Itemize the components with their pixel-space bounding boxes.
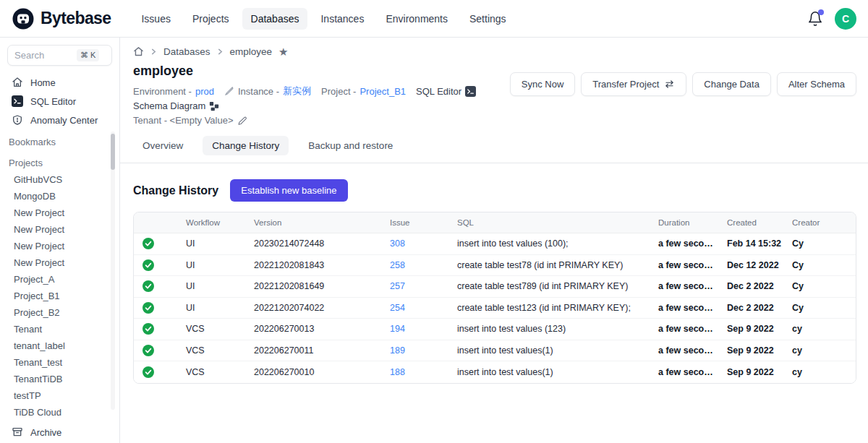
table-row[interactable]: VCS 202206270010 188 insert into test va…: [134, 361, 856, 383]
sidebar-project-item[interactable]: Tenant: [0, 321, 119, 337]
breadcrumb-employee[interactable]: employee: [230, 46, 273, 57]
breadcrumb-databases[interactable]: Databases: [163, 46, 210, 57]
issue-link[interactable]: 308: [390, 238, 405, 249]
top-nav-item[interactable]: Settings: [461, 8, 515, 30]
sidebar-item-label: SQL Editor: [30, 96, 76, 107]
success-check-icon: [142, 323, 154, 335]
tenant-label: Tenant - <Empty Value>: [133, 115, 234, 126]
sidebar-project-item[interactable]: GitHubVCS: [0, 171, 119, 188]
top-nav-item[interactable]: Instances: [312, 8, 373, 30]
sidebar-project-item[interactable]: New Project: [0, 205, 119, 221]
sidebar-project-item[interactable]: Tenant_test: [0, 354, 119, 371]
cell-duration: a few seconds: [650, 281, 718, 291]
bookmark-star-icon[interactable]: ★: [278, 46, 288, 57]
tab[interactable]: Overview: [133, 136, 192, 155]
alter-schema-button[interactable]: Alter Schema: [777, 72, 856, 96]
cell-status: [134, 345, 177, 356]
search-input[interactable]: [14, 50, 74, 61]
cell-creator: cy: [783, 324, 856, 334]
transfer-project-button[interactable]: Transfer Project: [581, 72, 686, 96]
top-nav-item[interactable]: Issues: [132, 8, 179, 30]
breadcrumb-home-icon[interactable]: [133, 46, 144, 57]
schema-diagram-link[interactable]: Schema Diagram: [133, 100, 219, 111]
sidebar-item-label: Anomaly Center: [30, 115, 98, 126]
top-navigation: Issues Projects Databases Instances Envi…: [132, 8, 514, 30]
change-data-button[interactable]: Change Data: [692, 72, 771, 96]
user-avatar[interactable]: C: [835, 8, 856, 30]
sidebar-item-anomaly-center[interactable]: Anomaly Center: [0, 111, 119, 129]
sidebar-project-item[interactable]: New Project: [0, 221, 119, 238]
table-row[interactable]: UI 20221202074022 254 create table test1…: [134, 298, 856, 319]
sidebar-project-item[interactable]: testTP: [0, 387, 119, 404]
issue-link[interactable]: 194: [390, 324, 405, 334]
cell-sql: create table test123 (id int PRIMARY KEY…: [448, 303, 650, 313]
table-row[interactable]: UI 20230214072448 308 insert into test v…: [134, 233, 856, 255]
sidebar-project-item[interactable]: New Project: [0, 238, 119, 254]
cell-created: Sep 9 2022: [718, 367, 783, 377]
tab[interactable]: Change History: [203, 136, 289, 155]
sidebar-scrollbar-thumb[interactable]: [111, 134, 115, 170]
sidebar-project-item[interactable]: Project_B2: [0, 304, 119, 321]
success-check-icon: [142, 366, 154, 378]
cell-workflow: VCS: [177, 324, 245, 334]
environment-link[interactable]: prod: [195, 86, 214, 97]
instance-label: Instance -: [238, 86, 279, 97]
issue-link[interactable]: 254: [390, 303, 405, 313]
cell-duration: a few seconds: [650, 345, 718, 356]
sql-editor-link[interactable]: SQL Editor: [416, 86, 476, 97]
sidebar-project-item[interactable]: MongoDB: [0, 188, 119, 205]
top-nav-item[interactable]: Projects: [184, 8, 238, 30]
sidebar-item-home[interactable]: Home: [0, 73, 119, 92]
issue-link[interactable]: 258: [390, 260, 405, 270]
table-row[interactable]: UI 20221202081649 257 create table test7…: [134, 276, 856, 298]
sql-editor-icon: [465, 86, 476, 97]
meta-project: Project - Project_B1: [321, 86, 406, 97]
edit-pencil-icon[interactable]: [237, 116, 247, 126]
cell-status: [134, 302, 177, 314]
sidebar-project-item[interactable]: TiDB Cloud: [0, 404, 119, 421]
table-row[interactable]: UI 20221202081843 258 create table test7…: [134, 255, 856, 277]
search-shortcut-badge: ⌘ K: [77, 49, 99, 61]
table-row[interactable]: VCS 202206270011 189 insert into test va…: [134, 340, 856, 362]
tab[interactable]: Backup and restore: [299, 136, 402, 155]
sidebar-project-item[interactable]: Project_A: [0, 271, 119, 288]
column-created: Created: [718, 218, 783, 227]
cell-created: Sep 9 2022: [718, 324, 783, 334]
top-nav-item[interactable]: Databases: [242, 8, 308, 30]
instance-link[interactable]: 新实例: [283, 85, 311, 98]
project-link[interactable]: Project_B1: [359, 86, 406, 97]
change-history-header: Change History Establish new baseline: [133, 179, 856, 202]
issue-link[interactable]: 257: [390, 281, 405, 291]
sidebar-item-sql-editor[interactable]: SQL Editor: [0, 92, 119, 111]
top-nav-item[interactable]: Environments: [377, 8, 456, 30]
sidebar-section-bookmarks[interactable]: Bookmarks: [0, 132, 119, 150]
topbar-right: C: [807, 8, 856, 30]
search-box[interactable]: ⌘ K: [7, 45, 112, 66]
sidebar-project-item[interactable]: tenant_label: [0, 337, 119, 354]
issue-link[interactable]: 189: [390, 345, 405, 356]
sidebar-project-list: GitHubVCS MongoDB New Project New Projec…: [0, 171, 119, 421]
cell-version: 202206270011: [245, 345, 381, 356]
cell-sql: insert into test values (100);: [448, 238, 650, 249]
sidebar-section-projects[interactable]: Projects: [0, 153, 119, 171]
notification-bell-icon[interactable]: [807, 11, 823, 27]
success-check-icon: [142, 280, 154, 292]
cell-created: Sep 9 2022: [718, 345, 783, 356]
cell-workflow: UI: [177, 260, 245, 270]
success-check-icon: [142, 345, 154, 356]
issue-link[interactable]: 188: [390, 367, 405, 377]
brand[interactable]: Bytebase: [12, 7, 111, 30]
cell-creator: Cy: [783, 260, 856, 270]
sidebar-item-archive[interactable]: Archive: [0, 421, 119, 443]
establish-baseline-button[interactable]: Establish new baseline: [230, 179, 347, 202]
home-icon: [12, 77, 23, 88]
bytebase-app: Bytebase Issues Projects Databases Insta…: [0, 0, 868, 443]
sidebar-project-item[interactable]: New Project: [0, 254, 119, 271]
cell-duration: a few seconds: [650, 303, 718, 313]
main-content: Databases employee ★ employee Environmen…: [120, 38, 868, 443]
cell-duration: a few seconds: [650, 367, 718, 377]
sync-now-button[interactable]: Sync Now: [510, 72, 576, 96]
sidebar-project-item[interactable]: TenantTiDB: [0, 371, 119, 387]
sidebar-project-item[interactable]: Project_B1: [0, 288, 119, 304]
table-row[interactable]: VCS 202206270013 194 insert into test va…: [134, 319, 856, 340]
